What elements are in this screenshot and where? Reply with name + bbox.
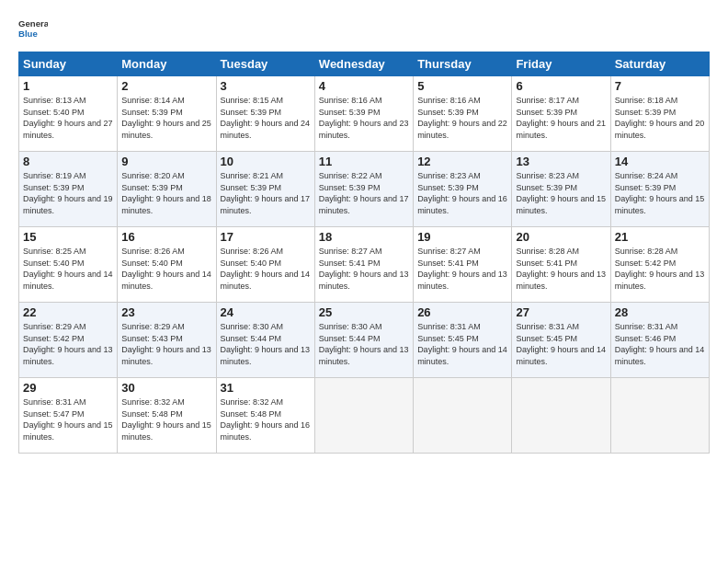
day-info: Sunrise: 8:24 AMSunset: 5:39 PMDaylight:… <box>615 170 705 216</box>
day-number: 26 <box>417 305 507 319</box>
day-info: Sunrise: 8:21 AMSunset: 5:39 PMDaylight:… <box>221 170 311 216</box>
day-info: Sunrise: 8:27 AMSunset: 5:41 PMDaylight:… <box>417 246 507 292</box>
day-info: Sunrise: 8:23 AMSunset: 5:39 PMDaylight:… <box>516 170 606 216</box>
calendar-cell: 11Sunrise: 8:22 AMSunset: 5:39 PMDayligh… <box>314 152 413 227</box>
calendar-cell: 13Sunrise: 8:23 AMSunset: 5:39 PMDayligh… <box>512 152 610 227</box>
calendar-header-cell: Sunday <box>19 52 118 76</box>
day-number: 16 <box>121 230 211 244</box>
day-number: 25 <box>319 305 409 319</box>
day-number: 31 <box>221 381 311 395</box>
svg-text:General: General <box>18 18 48 29</box>
calendar-cell <box>610 378 709 454</box>
day-number: 29 <box>23 381 113 395</box>
day-info: Sunrise: 8:22 AMSunset: 5:39 PMDaylight:… <box>319 170 409 216</box>
calendar-cell: 20Sunrise: 8:28 AMSunset: 5:41 PMDayligh… <box>512 227 610 303</box>
day-number: 14 <box>615 155 705 168</box>
day-number: 30 <box>121 381 211 395</box>
day-info: Sunrise: 8:26 AMSunset: 5:40 PMDaylight:… <box>221 246 311 292</box>
day-number: 3 <box>221 79 311 93</box>
day-info: Sunrise: 8:31 AMSunset: 5:47 PMDaylight:… <box>23 396 113 442</box>
day-number: 6 <box>516 79 606 93</box>
day-number: 22 <box>23 305 113 319</box>
calendar-cell: 8Sunrise: 8:19 AMSunset: 5:39 PMDaylight… <box>19 152 118 227</box>
calendar-cell: 1Sunrise: 8:13 AMSunset: 5:40 PMDaylight… <box>19 76 118 152</box>
calendar-cell: 27Sunrise: 8:31 AMSunset: 5:45 PMDayligh… <box>512 303 610 378</box>
calendar-table: SundayMondayTuesdayWednesdayThursdayFrid… <box>18 52 710 454</box>
calendar-cell: 28Sunrise: 8:31 AMSunset: 5:46 PMDayligh… <box>610 303 709 378</box>
day-number: 15 <box>23 230 113 244</box>
calendar-cell: 19Sunrise: 8:27 AMSunset: 5:41 PMDayligh… <box>414 227 512 303</box>
calendar-header-row: SundayMondayTuesdayWednesdayThursdayFrid… <box>19 52 710 76</box>
calendar-cell <box>314 378 413 454</box>
calendar-week-row: 15Sunrise: 8:25 AMSunset: 5:40 PMDayligh… <box>19 227 710 303</box>
calendar-cell: 5Sunrise: 8:16 AMSunset: 5:39 PMDaylight… <box>414 76 512 152</box>
day-number: 5 <box>417 79 507 93</box>
day-info: Sunrise: 8:27 AMSunset: 5:41 PMDaylight:… <box>319 246 409 292</box>
day-info: Sunrise: 8:31 AMSunset: 5:46 PMDaylight:… <box>615 321 705 367</box>
calendar-cell: 16Sunrise: 8:26 AMSunset: 5:40 PMDayligh… <box>118 227 216 303</box>
calendar-week-row: 8Sunrise: 8:19 AMSunset: 5:39 PMDaylight… <box>19 152 710 227</box>
calendar-cell: 29Sunrise: 8:31 AMSunset: 5:47 PMDayligh… <box>19 378 118 454</box>
day-number: 18 <box>319 230 409 244</box>
day-info: Sunrise: 8:16 AMSunset: 5:39 PMDaylight:… <box>319 95 409 141</box>
day-number: 4 <box>319 79 409 93</box>
day-number: 28 <box>615 305 705 319</box>
day-info: Sunrise: 8:13 AMSunset: 5:40 PMDaylight:… <box>23 95 113 141</box>
calendar-cell: 22Sunrise: 8:29 AMSunset: 5:42 PMDayligh… <box>19 303 118 378</box>
day-info: Sunrise: 8:26 AMSunset: 5:40 PMDaylight:… <box>121 246 211 292</box>
day-info: Sunrise: 8:14 AMSunset: 5:39 PMDaylight:… <box>121 95 211 141</box>
day-info: Sunrise: 8:28 AMSunset: 5:42 PMDaylight:… <box>615 246 705 292</box>
day-number: 13 <box>516 155 606 168</box>
calendar-week-row: 29Sunrise: 8:31 AMSunset: 5:47 PMDayligh… <box>19 378 710 454</box>
calendar-header-cell: Tuesday <box>216 52 314 76</box>
calendar-cell: 18Sunrise: 8:27 AMSunset: 5:41 PMDayligh… <box>314 227 413 303</box>
calendar-header-cell: Thursday <box>414 52 512 76</box>
day-number: 2 <box>121 79 211 93</box>
calendar-cell: 4Sunrise: 8:16 AMSunset: 5:39 PMDaylight… <box>314 76 413 152</box>
day-info: Sunrise: 8:18 AMSunset: 5:39 PMDaylight:… <box>615 95 705 141</box>
day-info: Sunrise: 8:19 AMSunset: 5:39 PMDaylight:… <box>23 170 113 216</box>
day-info: Sunrise: 8:25 AMSunset: 5:40 PMDaylight:… <box>23 246 113 292</box>
calendar-header-cell: Friday <box>512 52 610 76</box>
calendar-cell: 12Sunrise: 8:23 AMSunset: 5:39 PMDayligh… <box>414 152 512 227</box>
calendar-cell: 10Sunrise: 8:21 AMSunset: 5:39 PMDayligh… <box>216 152 314 227</box>
calendar-cell: 2Sunrise: 8:14 AMSunset: 5:39 PMDaylight… <box>118 76 216 152</box>
calendar-header-cell: Wednesday <box>314 52 413 76</box>
day-number: 24 <box>221 305 311 319</box>
calendar-cell <box>414 378 512 454</box>
day-number: 9 <box>121 155 211 168</box>
calendar-cell: 14Sunrise: 8:24 AMSunset: 5:39 PMDayligh… <box>610 152 709 227</box>
day-number: 11 <box>319 155 409 168</box>
page-header: General Blue <box>18 15 710 44</box>
calendar-cell: 30Sunrise: 8:32 AMSunset: 5:48 PMDayligh… <box>118 378 216 454</box>
svg-text:Blue: Blue <box>18 29 38 39</box>
calendar-week-row: 22Sunrise: 8:29 AMSunset: 5:42 PMDayligh… <box>19 303 710 378</box>
day-info: Sunrise: 8:23 AMSunset: 5:39 PMDaylight:… <box>417 170 507 216</box>
day-number: 20 <box>516 230 606 244</box>
calendar-cell: 23Sunrise: 8:29 AMSunset: 5:43 PMDayligh… <box>118 303 216 378</box>
calendar-cell: 21Sunrise: 8:28 AMSunset: 5:42 PMDayligh… <box>610 227 709 303</box>
day-info: Sunrise: 8:15 AMSunset: 5:39 PMDaylight:… <box>221 95 311 141</box>
day-info: Sunrise: 8:30 AMSunset: 5:44 PMDaylight:… <box>319 321 409 367</box>
calendar-cell: 24Sunrise: 8:30 AMSunset: 5:44 PMDayligh… <box>216 303 314 378</box>
day-info: Sunrise: 8:29 AMSunset: 5:42 PMDaylight:… <box>23 321 113 367</box>
calendar-cell: 3Sunrise: 8:15 AMSunset: 5:39 PMDaylight… <box>216 76 314 152</box>
calendar-cell <box>512 378 610 454</box>
day-info: Sunrise: 8:16 AMSunset: 5:39 PMDaylight:… <box>417 95 507 141</box>
calendar-header-cell: Monday <box>118 52 216 76</box>
calendar-cell: 9Sunrise: 8:20 AMSunset: 5:39 PMDaylight… <box>118 152 216 227</box>
calendar-cell: 31Sunrise: 8:32 AMSunset: 5:48 PMDayligh… <box>216 378 314 454</box>
day-info: Sunrise: 8:32 AMSunset: 5:48 PMDaylight:… <box>121 396 211 442</box>
day-number: 10 <box>221 155 311 168</box>
calendar-header-cell: Saturday <box>610 52 709 76</box>
day-number: 23 <box>121 305 211 319</box>
day-info: Sunrise: 8:20 AMSunset: 5:39 PMDaylight:… <box>121 170 211 216</box>
page-container: General Blue SundayMondayTuesdayWednesda… <box>0 0 728 463</box>
day-info: Sunrise: 8:29 AMSunset: 5:43 PMDaylight:… <box>121 321 211 367</box>
calendar-cell: 15Sunrise: 8:25 AMSunset: 5:40 PMDayligh… <box>19 227 118 303</box>
calendar-cell: 17Sunrise: 8:26 AMSunset: 5:40 PMDayligh… <box>216 227 314 303</box>
calendar-cell: 6Sunrise: 8:17 AMSunset: 5:39 PMDaylight… <box>512 76 610 152</box>
day-number: 27 <box>516 305 606 319</box>
day-number: 21 <box>615 230 705 244</box>
day-info: Sunrise: 8:31 AMSunset: 5:45 PMDaylight:… <box>516 321 606 367</box>
